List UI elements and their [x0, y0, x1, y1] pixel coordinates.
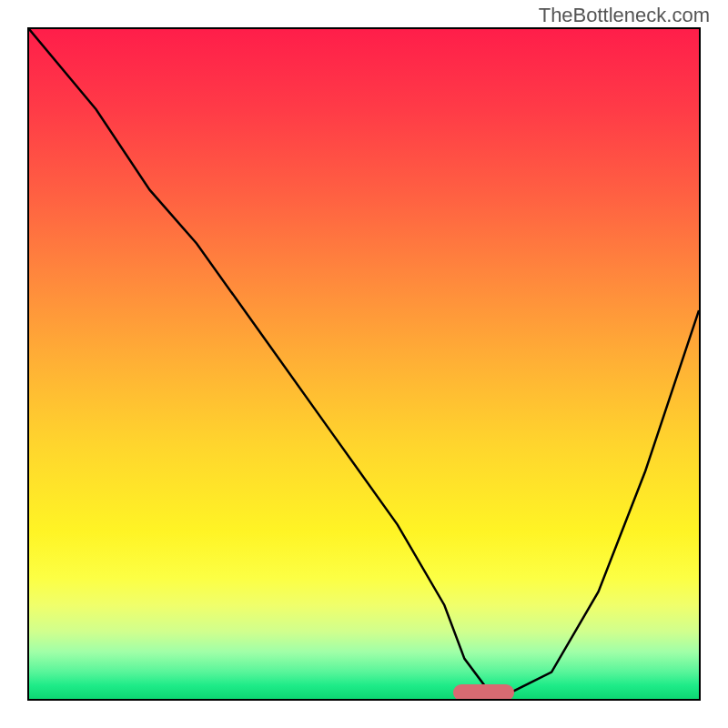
chart-plot-area: [27, 27, 701, 701]
bottleneck-curve-path: [29, 29, 699, 693]
bottleneck-curve-svg: [29, 29, 699, 699]
watermark-text: TheBottleneck.com: [539, 4, 710, 27]
optimal-range-marker: [453, 684, 514, 701]
